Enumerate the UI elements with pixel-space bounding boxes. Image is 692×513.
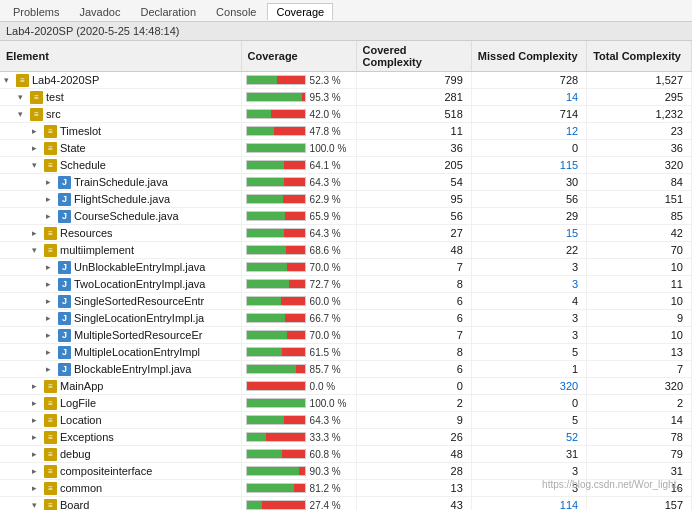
- coverage-cell: 95.3 %: [241, 89, 356, 106]
- coverage-pct: 68.6 %: [310, 245, 346, 256]
- table-row[interactable]: ▸≡MainApp0.0 %0320320: [0, 378, 692, 395]
- package-icon: ≡: [44, 499, 57, 511]
- expand-arrow[interactable]: ▾: [18, 92, 28, 102]
- java-class-icon: J: [58, 295, 71, 308]
- package-icon: ≡: [30, 108, 43, 121]
- table-row[interactable]: ▸≡Resources64.3 %271542: [0, 225, 692, 242]
- covered-complexity-cell: 11: [356, 123, 471, 140]
- total-complexity-cell: 23: [587, 123, 692, 140]
- coverage-pct: 90.3 %: [310, 466, 346, 477]
- expand-arrow[interactable]: ▸: [46, 177, 56, 187]
- covered-complexity-cell: 36: [356, 140, 471, 157]
- expand-arrow[interactable]: ▾: [4, 75, 14, 85]
- covered-complexity-cell: 0: [356, 378, 471, 395]
- table-row[interactable]: ▸≡LogFile100.0 %202: [0, 395, 692, 412]
- expand-arrow[interactable]: ▸: [32, 483, 42, 493]
- tab-javadoc[interactable]: Javadoc: [70, 3, 129, 20]
- total-complexity-cell: 7: [587, 361, 692, 378]
- table-row[interactable]: ▸JFlightSchedule.java62.9 %9556151: [0, 191, 692, 208]
- package-icon: ≡: [44, 397, 57, 410]
- covered-complexity-cell: 6: [356, 310, 471, 327]
- table-row[interactable]: ▸≡debug60.8 %483179: [0, 446, 692, 463]
- total-complexity-cell: 320: [587, 378, 692, 395]
- expand-arrow[interactable]: ▸: [32, 432, 42, 442]
- element-name: Timeslot: [60, 125, 101, 137]
- expand-arrow[interactable]: ▸: [46, 211, 56, 221]
- total-complexity-cell: 84: [587, 174, 692, 191]
- coverage-pct: 27.4 %: [310, 500, 346, 511]
- covered-complexity-cell: 518: [356, 106, 471, 123]
- missed-complexity-cell: 1: [471, 361, 586, 378]
- table-header: Element Coverage Covered Complexity Miss…: [0, 41, 692, 72]
- table-container[interactable]: Element Coverage Covered Complexity Miss…: [0, 41, 692, 510]
- expand-arrow[interactable]: ▸: [32, 381, 42, 391]
- element-name: TrainSchedule.java: [74, 176, 168, 188]
- table-row[interactable]: ▾≡test95.3 %28114295: [0, 89, 692, 106]
- table-row[interactable]: ▸≡common81.2 %13316: [0, 480, 692, 497]
- expand-arrow[interactable]: ▸: [32, 228, 42, 238]
- table-row[interactable]: ▸≡Timeslot47.8 %111223: [0, 123, 692, 140]
- missed-complexity-cell: 3: [471, 463, 586, 480]
- expand-arrow[interactable]: ▾: [32, 160, 42, 170]
- expand-arrow[interactable]: ▸: [32, 449, 42, 459]
- total-complexity-cell: 1,527: [587, 72, 692, 89]
- covered-complexity-cell: 28: [356, 463, 471, 480]
- coverage-cell: 61.5 %: [241, 344, 356, 361]
- tab-coverage[interactable]: Coverage: [267, 3, 333, 20]
- expand-arrow[interactable]: ▸: [32, 415, 42, 425]
- expand-arrow[interactable]: ▸: [46, 194, 56, 204]
- expand-arrow[interactable]: ▾: [32, 500, 42, 510]
- tab-problems[interactable]: Problems: [4, 3, 68, 20]
- expand-arrow[interactable]: ▸: [32, 143, 42, 153]
- table-row[interactable]: ▸≡State100.0 %36036: [0, 140, 692, 157]
- coverage-cell: 60.8 %: [241, 446, 356, 463]
- expand-arrow[interactable]: ▸: [46, 313, 56, 323]
- coverage-pct: 66.7 %: [310, 313, 346, 324]
- expand-arrow[interactable]: ▸: [46, 296, 56, 306]
- package-icon: ≡: [44, 125, 57, 138]
- expand-arrow[interactable]: ▸: [46, 262, 56, 272]
- table-row[interactable]: ▸JBlockableEntryImpl.java85.7 %617: [0, 361, 692, 378]
- missed-complexity-cell: 22: [471, 242, 586, 259]
- coverage-cell: 64.3 %: [241, 174, 356, 191]
- covered-complexity-cell: 95: [356, 191, 471, 208]
- total-complexity-cell: 295: [587, 89, 692, 106]
- table-row[interactable]: ▾≡Lab4-2020SP52.3 %7997281,527: [0, 72, 692, 89]
- expand-arrow[interactable]: ▸: [32, 126, 42, 136]
- table-row[interactable]: ▸JTwoLocationEntryImpl.java72.7 %8311: [0, 276, 692, 293]
- missed-complexity-cell: 3: [471, 276, 586, 293]
- table-row[interactable]: ▾≡src42.0 %5187141,232: [0, 106, 692, 123]
- expand-arrow[interactable]: ▸: [46, 279, 56, 289]
- table-row[interactable]: ▾≡Board27.4 %43114157: [0, 497, 692, 511]
- table-row[interactable]: ▸JMultipleLocationEntryImpl61.5 %8513: [0, 344, 692, 361]
- table-row[interactable]: ▸JCourseSchedule.java65.9 %562985: [0, 208, 692, 225]
- table-row[interactable]: ▸≡Exceptions33.3 %265278: [0, 429, 692, 446]
- expand-arrow[interactable]: ▾: [18, 109, 28, 119]
- table-row[interactable]: ▸JMultipleSortedResourceEr70.0 %7310: [0, 327, 692, 344]
- table-row[interactable]: ▾≡multiimplement68.6 %482270: [0, 242, 692, 259]
- table-row[interactable]: ▸JSingleLocationEntryImpl.ja66.7 %639: [0, 310, 692, 327]
- tab-console[interactable]: Console: [207, 3, 265, 20]
- tab-declaration[interactable]: Declaration: [131, 3, 205, 20]
- element-name: TwoLocationEntryImpl.java: [74, 278, 205, 290]
- table-row[interactable]: ▸≡Location64.3 %9514: [0, 412, 692, 429]
- table-row[interactable]: ▸JTrainSchedule.java64.3 %543084: [0, 174, 692, 191]
- coverage-pct: 70.0 %: [310, 262, 346, 273]
- expand-arrow[interactable]: ▸: [32, 466, 42, 476]
- expand-arrow[interactable]: ▸: [46, 364, 56, 374]
- expand-arrow[interactable]: ▸: [46, 347, 56, 357]
- table-row[interactable]: ▾≡Schedule64.1 %205115320: [0, 157, 692, 174]
- table-row[interactable]: ▸≡compositeinterface90.3 %28331: [0, 463, 692, 480]
- expand-arrow[interactable]: ▸: [46, 330, 56, 340]
- total-complexity-cell: 157: [587, 497, 692, 511]
- element-name: multiimplement: [60, 244, 134, 256]
- package-icon: ≡: [44, 448, 57, 461]
- table-row[interactable]: ▸JSingleSortedResourceEntr60.0 %6410: [0, 293, 692, 310]
- total-complexity-cell: 79: [587, 446, 692, 463]
- element-name: Resources: [60, 227, 113, 239]
- table-row[interactable]: ▸JUnBlockableEntryImpl.java70.0 %7310: [0, 259, 692, 276]
- title-bar: Lab4-2020SP (2020-5-25 14:48:14): [0, 22, 692, 41]
- expand-arrow[interactable]: ▸: [32, 398, 42, 408]
- total-complexity-cell: 78: [587, 429, 692, 446]
- expand-arrow[interactable]: ▾: [32, 245, 42, 255]
